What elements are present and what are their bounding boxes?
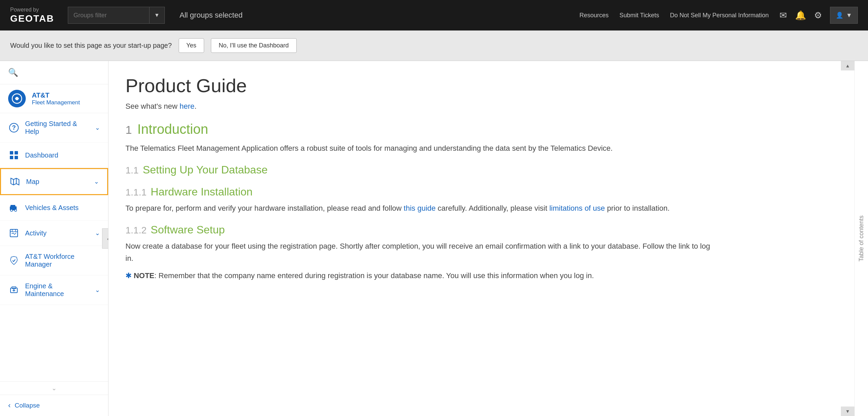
section-1-1-number: 1.1 bbox=[125, 165, 139, 176]
svg-marker-7 bbox=[11, 178, 19, 185]
section-1-1-2-title: Software Setup bbox=[151, 224, 225, 236]
sidebar: 🔍 AT&T Fleet Management ? Gettin bbox=[0, 61, 108, 416]
svg-rect-6 bbox=[15, 156, 18, 159]
section-1-1-title: Setting Up Your Database bbox=[143, 164, 268, 176]
top-icons: ✉ 🔔 ⚙ 👤 ▼ bbox=[780, 7, 858, 24]
sidebar-item-map[interactable]: Map ⌄ bbox=[0, 168, 108, 195]
sidebar-item-getting-started[interactable]: ? Getting Started & Help ⌄ bbox=[0, 113, 108, 143]
top-bar-left: Powered by GEOTAB ▼ All groups selected bbox=[10, 6, 242, 24]
logo-geotab-text: GEOTAB bbox=[10, 13, 54, 24]
section-1-number: 1 bbox=[125, 123, 132, 137]
resources-link[interactable]: Resources bbox=[579, 12, 609, 19]
activity-icon bbox=[8, 227, 20, 239]
do-not-sell-link[interactable]: Do Not Sell My Personal Information bbox=[670, 12, 769, 19]
submit-tickets-link[interactable]: Submit Tickets bbox=[619, 12, 659, 19]
svg-rect-5 bbox=[10, 156, 13, 159]
brand-name: AT&T bbox=[32, 91, 80, 99]
sidebar-item-label-workforce: AT&T Workforce Manager bbox=[25, 253, 100, 268]
svg-rect-3 bbox=[10, 151, 13, 154]
sidebar-search-area: 🔍 bbox=[0, 61, 108, 84]
sidebar-item-label-map: Map bbox=[26, 178, 88, 186]
sidebar-item-label-dashboard: Dashboard bbox=[25, 151, 100, 159]
svg-point-12 bbox=[11, 209, 13, 211]
scroll-arrow-down[interactable]: ▼ bbox=[841, 407, 854, 416]
content-area: ▲ Product Guide See what's new here. 1 I… bbox=[108, 61, 868, 416]
brand-subtitle: Fleet Management bbox=[32, 99, 80, 106]
brand-icon bbox=[8, 90, 26, 107]
groups-filter-input[interactable] bbox=[68, 7, 149, 24]
dashboard-icon bbox=[8, 149, 20, 161]
sidebar-item-label-activity: Activity bbox=[25, 229, 90, 237]
top-bar-right: Resources Submit Tickets Do Not Sell My … bbox=[579, 7, 858, 24]
section-1-title: Introduction bbox=[137, 122, 208, 137]
user-dropdown[interactable]: 👤 ▼ bbox=[830, 7, 858, 24]
svg-rect-4 bbox=[15, 151, 18, 154]
section-1-1-1-body: To prepare for, perform and verify your … bbox=[125, 202, 719, 214]
sidebar-scroll-down-icon: ⌄ bbox=[52, 384, 57, 392]
no-dashboard-button[interactable]: No, I'll use the Dashboard bbox=[211, 38, 297, 53]
section-1-1-1-number: 1.1.1 bbox=[125, 187, 146, 198]
section-1-1-1-heading: 1.1.1 Hardware Installation bbox=[125, 186, 719, 198]
section-1-1-2-body: Now create a database for your fleet usi… bbox=[125, 240, 719, 264]
product-guide-title: Product Guide bbox=[125, 75, 719, 97]
mail-icon[interactable]: ✉ bbox=[780, 10, 787, 21]
section-1-1-heading: 1.1 Setting Up Your Database bbox=[125, 164, 719, 176]
nav-items-list: ? Getting Started & Help ⌄ Dashboard bbox=[0, 113, 108, 381]
collapse-label: Collapse bbox=[15, 402, 40, 409]
sidebar-item-att-workforce[interactable]: AT&T Workforce Manager bbox=[0, 246, 108, 275]
getting-started-icon: ? bbox=[8, 122, 20, 133]
groups-filter-dropdown-btn[interactable]: ▼ bbox=[149, 7, 165, 24]
sidebar-item-vehicles[interactable]: Vehicles & Assets bbox=[0, 195, 108, 221]
vehicles-icon bbox=[8, 202, 20, 213]
top-bar: Powered by GEOTAB ▼ All groups selected … bbox=[0, 0, 868, 30]
sidebar-item-label-vehicles: Vehicles & Assets bbox=[25, 204, 100, 212]
groups-filter-container: ▼ bbox=[68, 7, 165, 24]
user-dropdown-arrow: ▼ bbox=[846, 12, 852, 19]
svg-point-13 bbox=[15, 209, 17, 211]
engine-icon bbox=[8, 284, 20, 296]
main-layout: 🔍 AT&T Fleet Management ? Gettin bbox=[0, 61, 868, 416]
scroll-down-icon: ▼ bbox=[845, 409, 850, 414]
svg-rect-11 bbox=[11, 205, 15, 208]
getting-started-chevron-icon: ⌄ bbox=[95, 124, 100, 131]
second-bar: Would you like to set this page as your … bbox=[0, 30, 868, 61]
brand-text-area: AT&T Fleet Management bbox=[32, 91, 80, 106]
note-bold-text: NOTE bbox=[134, 271, 154, 280]
collapse-button[interactable]: ‹ Collapse bbox=[0, 395, 108, 416]
this-guide-link[interactable]: this guide bbox=[404, 204, 436, 212]
table-of-contents-panel[interactable]: Table of contents bbox=[854, 61, 868, 416]
engine-chevron-icon: ⌄ bbox=[95, 286, 100, 294]
svg-text:?: ? bbox=[12, 124, 16, 131]
scroll-arrow-up[interactable]: ▲ bbox=[841, 61, 854, 70]
section-1-heading: 1 Introduction bbox=[125, 122, 719, 137]
limitations-of-use-link[interactable]: limitations of use bbox=[549, 204, 605, 212]
content-inner: Product Guide See what's new here. 1 Int… bbox=[108, 61, 753, 295]
activity-chevron-icon: ⌄ bbox=[95, 229, 100, 237]
sidebar-item-dashboard[interactable]: Dashboard bbox=[0, 143, 108, 168]
map-chevron-icon: ⌄ bbox=[94, 178, 99, 185]
search-icon[interactable]: 🔍 bbox=[8, 68, 18, 77]
here-link[interactable]: here bbox=[180, 102, 195, 110]
yes-button[interactable]: Yes bbox=[179, 38, 204, 53]
sidebar-item-label-engine: Engine & Maintenance bbox=[25, 282, 90, 298]
all-groups-selected-label: All groups selected bbox=[180, 11, 243, 20]
section-1-1-2-number: 1.1.2 bbox=[125, 225, 146, 236]
toc-label: Table of contents bbox=[858, 215, 865, 262]
scroll-up-icon: ▲ bbox=[845, 63, 850, 68]
gear-icon[interactable]: ⚙ bbox=[814, 10, 822, 21]
sidebar-resize-handle[interactable]: ‹ bbox=[102, 228, 108, 249]
workforce-icon bbox=[8, 255, 20, 266]
section-1-1-2-heading: 1.1.2 Software Setup bbox=[125, 224, 719, 236]
sidebar-item-label-getting-started: Getting Started & Help bbox=[25, 120, 90, 136]
sidebar-item-activity[interactable]: Activity ⌄ bbox=[0, 221, 108, 246]
section-1-1-1-title: Hardware Installation bbox=[151, 186, 253, 198]
sidebar-item-engine[interactable]: Engine & Maintenance ⌄ bbox=[0, 275, 108, 305]
startup-question-text: Would you like to set this page as your … bbox=[10, 42, 172, 49]
sidebar-brand: AT&T Fleet Management bbox=[0, 84, 108, 113]
collapse-arrow-icon: ‹ bbox=[8, 401, 11, 410]
logo-area: Powered by GEOTAB bbox=[10, 6, 54, 24]
note-star-icon: ✱ bbox=[125, 271, 132, 280]
logo-powered-text: Powered by bbox=[10, 6, 39, 13]
map-icon bbox=[9, 176, 21, 187]
bell-icon[interactable]: 🔔 bbox=[795, 10, 806, 21]
